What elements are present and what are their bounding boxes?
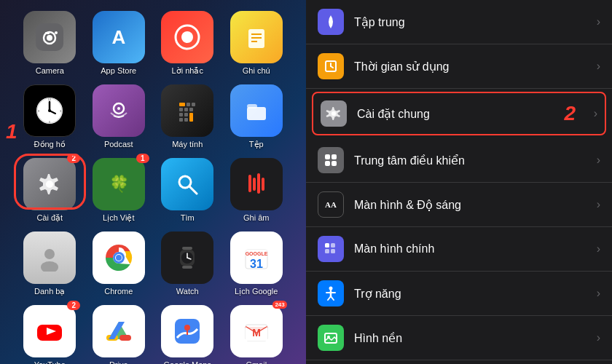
app-gmail[interactable]: M 243 Gmail <box>225 305 289 364</box>
camera-label: Camera <box>36 66 64 75</box>
app-youtube[interactable]: 2 YouTube <box>18 305 82 364</box>
svg-rect-83 <box>325 249 329 253</box>
screentime-icon <box>318 53 344 79</box>
svg-point-44 <box>44 249 55 259</box>
svg-rect-28 <box>189 108 193 111</box>
app-notes[interactable]: Ghi chú <box>225 11 289 76</box>
watch-label: Watch <box>176 287 199 296</box>
appstore-label: App Store <box>101 66 136 75</box>
iphone-screen: 1 Camera A App Store <box>0 0 306 364</box>
app-lichviet[interactable]: 🍀 1 Lịch Việt <box>87 158 151 223</box>
svg-rect-24 <box>187 103 190 106</box>
svg-rect-82 <box>331 243 335 248</box>
contacts-icon <box>23 232 76 284</box>
svg-rect-30 <box>184 113 188 116</box>
camera-icon <box>23 11 76 63</box>
app-settings[interactable]: 2 Cài đặt <box>18 158 82 223</box>
settings-label: Cài đặt <box>36 213 63 223</box>
app-chrome[interactable]: Chrome <box>87 232 151 296</box>
chrome-icon <box>93 232 145 284</box>
svg-rect-79 <box>325 161 330 166</box>
app-watch[interactable]: Watch <box>156 232 219 296</box>
svg-rect-3 <box>45 32 50 34</box>
step-1-label: 1 <box>6 120 17 143</box>
homescreen-chevron: › <box>597 242 600 256</box>
clock-app-icon: 12 3 6 9 <box>23 84 76 137</box>
lichviet-label: Lịch Việt <box>103 213 134 223</box>
svg-rect-77 <box>325 154 330 159</box>
app-podcast[interactable]: Podcast <box>87 84 151 149</box>
gmail-badge: 243 <box>272 301 286 309</box>
wallpaper-label: Hình nền <box>354 331 597 345</box>
files-label: Tệp <box>249 140 264 149</box>
app-drive[interactable]: Drive <box>87 305 151 364</box>
svg-rect-84 <box>331 249 335 253</box>
find-label: Tìm <box>181 213 195 222</box>
svg-rect-41 <box>253 178 256 191</box>
settings-item-siri[interactable]: Siri & Tìm kiếm › <box>306 360 612 364</box>
app-calculator[interactable]: Máy tính <box>156 84 219 149</box>
svg-rect-50 <box>182 247 192 250</box>
settings-item-display[interactable]: AA Màn hình & Độ sáng › <box>306 183 612 227</box>
youtube-label: YouTube <box>34 360 66 364</box>
chrome-label: Chrome <box>104 287 133 296</box>
app-gcal[interactable]: 31 GOOGLE Lịch Google <box>225 232 289 296</box>
app-files[interactable]: Tệp <box>225 84 289 149</box>
calculator-label: Máy tính <box>172 140 203 149</box>
appstore-icon: A <box>93 11 145 63</box>
settings-item-focus[interactable]: Tập trung › <box>306 0 612 44</box>
gmail-icon: M 243 <box>230 305 283 357</box>
settings-item-control[interactable]: Trung tâm điều khiển › <box>306 138 612 183</box>
svg-rect-78 <box>332 154 337 159</box>
app-find[interactable]: Tìm <box>156 158 219 223</box>
maps-icon <box>161 305 213 357</box>
settings-item-screentime[interactable]: Thời gian sử dụng › <box>306 44 612 89</box>
svg-rect-51 <box>182 266 192 269</box>
app-appstore[interactable]: A App Store <box>87 11 151 76</box>
youtube-icon: 2 <box>23 305 76 357</box>
app-contacts[interactable]: Danh bạ <box>18 232 82 296</box>
general-icon <box>321 100 347 127</box>
svg-rect-23 <box>179 103 185 106</box>
watch-icon <box>161 232 213 284</box>
screentime-label: Thời gian sử dụng <box>354 60 597 74</box>
settings-item-general[interactable]: Cài đặt chung 2 › <box>312 92 606 135</box>
podcast-icon <box>93 84 145 137</box>
display-chevron: › <box>597 198 600 211</box>
settings-item-wallpaper[interactable]: Hình nền › <box>306 316 612 360</box>
app-voicememo[interactable]: Ghi âm <box>225 158 289 223</box>
svg-rect-31 <box>189 113 193 122</box>
accessibility-label: Trợ năng <box>354 287 597 301</box>
svg-text:M: M <box>252 327 261 339</box>
settings-item-homescreen[interactable]: Màn hình chính › <box>306 227 612 272</box>
app-maps[interactable]: Google Maps <box>156 305 219 364</box>
homescreen-icon <box>318 236 344 262</box>
podcast-label: Podcast <box>104 140 133 149</box>
focus-label: Tập trung <box>354 15 597 29</box>
svg-point-2 <box>47 35 52 41</box>
control-icon <box>318 147 344 173</box>
youtube-badge: 2 <box>67 301 80 310</box>
calculator-icon <box>161 84 213 137</box>
svg-text:GOOGLE: GOOGLE <box>245 251 267 256</box>
general-label: Cài đặt chung <box>357 107 572 121</box>
app-reminder[interactable]: Lời nhắc <box>156 11 219 76</box>
svg-point-69 <box>184 325 190 331</box>
accessibility-icon <box>318 280 344 306</box>
focus-chevron: › <box>597 15 600 28</box>
settings-item-accessibility[interactable]: Trợ năng › <box>306 272 612 316</box>
app-grid: Camera A App Store Lời nhắc <box>15 7 291 364</box>
gcal-icon: 31 GOOGLE <box>230 232 283 284</box>
svg-point-7 <box>181 31 193 43</box>
svg-point-45 <box>41 261 58 272</box>
app-camera[interactable]: Camera <box>18 11 82 76</box>
homescreen-label: Màn hình chính <box>354 242 597 256</box>
gmail-label: Gmail <box>246 360 267 364</box>
maps-label: Google Maps <box>164 360 211 364</box>
svg-text:12: 12 <box>48 98 52 101</box>
files-icon <box>230 84 283 137</box>
app-clock[interactable]: 12 3 6 9 Đồng hồ <box>18 84 82 149</box>
svg-rect-33 <box>184 118 188 122</box>
find-icon <box>161 158 213 210</box>
control-chevron: › <box>597 154 600 167</box>
